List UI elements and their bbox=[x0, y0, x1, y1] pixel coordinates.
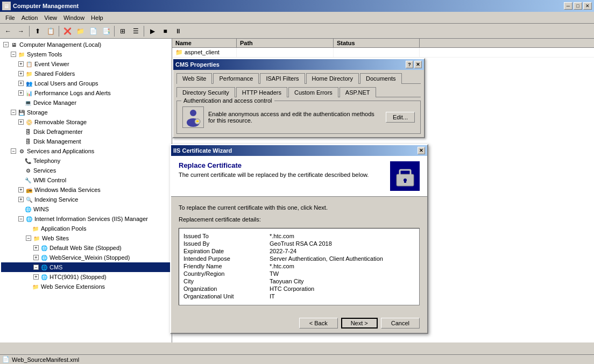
tree-storage[interactable]: − 💾 Storage bbox=[1, 108, 171, 117]
wizard-header-icon bbox=[390, 161, 420, 191]
svg-rect-8 bbox=[404, 180, 406, 183]
expand-htc9091[interactable]: + bbox=[33, 274, 39, 280]
stop-button[interactable]: ❌ bbox=[61, 25, 73, 37]
show-hide-button[interactable]: 📋 bbox=[45, 25, 56, 37]
expand-system-tools[interactable]: − bbox=[11, 52, 16, 57]
cell-name: 📁 aspnet_client bbox=[172, 48, 237, 57]
tree-disk-defrag[interactable]: 🗄 Disk Defragmenter bbox=[1, 127, 171, 137]
tree-webservice-weixin[interactable]: + 🌐 WebService_Weixin (Stopped) bbox=[1, 253, 171, 262]
tree-disk-mgmt[interactable]: 🗄 Disk Management bbox=[1, 137, 171, 146]
tab-home-directory[interactable]: Home Directory bbox=[306, 73, 359, 84]
expand-web-sites[interactable]: − bbox=[26, 235, 31, 241]
tree-indexing[interactable]: + 🔍 Indexing Service bbox=[1, 195, 171, 204]
tree-shared-folders[interactable]: + 📁 Shared Folders bbox=[1, 69, 171, 78]
window-controls: ─ □ ✕ bbox=[564, 2, 592, 10]
expand-webservice-weixin[interactable]: + bbox=[33, 255, 39, 260]
event-icon: 📋 bbox=[25, 60, 33, 68]
forward-button[interactable]: → bbox=[15, 25, 27, 37]
auth-group: Authentication and access control Enable… bbox=[176, 101, 421, 134]
tree-windows-media[interactable]: + 📻 Windows Media Services bbox=[1, 185, 171, 195]
tree-app-pools[interactable]: 📁 Application Pools bbox=[1, 224, 171, 233]
back-button[interactable]: ← bbox=[2, 25, 14, 37]
tree-web-service-ext[interactable]: 📁 Web Service Extensions bbox=[1, 282, 171, 291]
menu-help[interactable]: Help bbox=[88, 13, 107, 22]
table-row[interactable]: 📁 aspnet_client bbox=[172, 48, 594, 58]
cms-dialog-close[interactable]: ✕ bbox=[414, 61, 422, 68]
expand-default-web[interactable]: + bbox=[33, 245, 39, 251]
close-button[interactable]: ✕ bbox=[583, 2, 592, 10]
tree-perf-logs[interactable]: + 📊 Performance Logs and Alerts bbox=[1, 88, 171, 98]
view-large-icons[interactable]: ⊞ bbox=[117, 25, 129, 37]
detail-label-purpose: Intended Purpose bbox=[183, 255, 270, 262]
expand-root[interactable]: − bbox=[3, 42, 9, 47]
menu-view[interactable]: View bbox=[41, 13, 60, 22]
tab-directory-security[interactable]: Directory Security bbox=[176, 87, 235, 97]
expand-windows-media[interactable]: + bbox=[18, 187, 24, 192]
expand-removable[interactable]: + bbox=[18, 119, 24, 125]
folder-icon-sm: 📁 bbox=[175, 49, 183, 55]
tree-wmi[interactable]: 🔧 WMI Control bbox=[1, 175, 171, 185]
wizard-next-button[interactable]: Next > bbox=[341, 318, 378, 329]
tree-iis-manager[interactable]: − 🌐 Internet Information Services (IIS) … bbox=[1, 214, 171, 224]
tree-web-sites-label: Web Sites bbox=[42, 235, 69, 241]
tree-telephony[interactable]: 📞 Telephony bbox=[1, 156, 171, 166]
tree-htc9091[interactable]: + 🌐 HTC(9091) (Stopped) bbox=[1, 272, 171, 282]
up-button[interactable]: ⬆ bbox=[32, 25, 44, 37]
auth-edit-button[interactable]: Edit... bbox=[386, 112, 415, 123]
tree-device-manager[interactable]: 💻 Device Manager bbox=[1, 98, 171, 108]
wizard-details: Issued To *.htc.com Issued By GeoTrust R… bbox=[179, 228, 420, 305]
expand-indexing[interactable]: + bbox=[18, 197, 24, 202]
menu-action[interactable]: Action bbox=[18, 13, 41, 22]
expand-shared-folders[interactable]: + bbox=[18, 71, 24, 76]
wizard-close-button[interactable]: ✕ bbox=[418, 147, 425, 154]
default-web-icon: 🌐 bbox=[40, 244, 48, 252]
expand-cms[interactable]: − bbox=[33, 265, 39, 270]
expand-iis[interactable]: − bbox=[18, 216, 24, 222]
help-button[interactable]: 📑 bbox=[100, 25, 112, 37]
expand-services-apps[interactable]: − bbox=[11, 148, 16, 154]
tree-services-apps[interactable]: − ⚙ Services and Applications bbox=[1, 146, 171, 156]
media-icon: 📻 bbox=[25, 185, 33, 194]
tab-isapi-filters[interactable]: ISAPI Filters bbox=[260, 73, 305, 84]
export-button[interactable]: 📁 bbox=[74, 25, 86, 37]
view-small-icons[interactable]: ☰ bbox=[130, 25, 142, 37]
tab-documents[interactable]: Documents bbox=[360, 73, 402, 84]
tab-web-site[interactable]: Web Site bbox=[176, 73, 212, 84]
tree-default-web[interactable]: + 🌐 Default Web Site (Stopped) bbox=[1, 243, 171, 253]
expand-storage[interactable]: − bbox=[11, 110, 16, 115]
cms-properties-dialog[interactable]: CMS Properties ? ✕ Web Site Performance … bbox=[172, 58, 425, 138]
expand-perf-logs[interactable]: + bbox=[18, 90, 24, 96]
stop-service-button[interactable]: ■ bbox=[159, 25, 171, 37]
tree-local-users[interactable]: + 👥 Local Users and Groups bbox=[1, 78, 171, 88]
tree-event-viewer[interactable]: + 📋 Event Viewer bbox=[1, 59, 171, 69]
iis-certificate-wizard[interactable]: IIS Certificate Wizard ✕ Replace Certifi… bbox=[170, 144, 428, 334]
tree-root[interactable]: − 🖥 Computer Management (Local) bbox=[1, 40, 171, 49]
detail-friendly-name: Friendly Name *.htc.com bbox=[183, 263, 415, 269]
tree-web-sites[interactable]: − 📁 Web Sites bbox=[1, 233, 171, 243]
storage-icon: 💾 bbox=[17, 108, 26, 117]
menu-window[interactable]: Window bbox=[60, 13, 88, 22]
minimize-button[interactable]: ─ bbox=[564, 2, 572, 10]
properties-button[interactable]: 📄 bbox=[87, 25, 99, 37]
restore-button[interactable]: □ bbox=[574, 2, 582, 10]
tree-wins[interactable]: 🌐 WINS bbox=[1, 204, 171, 214]
pause-button[interactable]: ⏸ bbox=[172, 25, 184, 37]
tab-asp-net[interactable]: ASP.NET bbox=[340, 87, 376, 97]
cms-dialog-help[interactable]: ? bbox=[406, 61, 413, 68]
tab-custom-errors[interactable]: Custom Errors bbox=[288, 87, 338, 97]
tab-performance[interactable]: Performance bbox=[213, 73, 259, 84]
tree-cms[interactable]: − 🌐 CMS bbox=[1, 262, 171, 272]
expand-local-users[interactable]: + bbox=[18, 81, 24, 86]
expand-event-viewer[interactable]: + bbox=[18, 61, 24, 67]
play-button[interactable]: ▶ bbox=[146, 25, 158, 37]
wizard-cancel-button[interactable]: Cancel bbox=[381, 318, 420, 329]
tree-system-tools[interactable]: − 📁 System Tools bbox=[1, 49, 171, 59]
tree-perf-logs-label: Performance Logs and Alerts bbox=[34, 90, 111, 96]
menu-file[interactable]: File bbox=[2, 13, 18, 22]
tab-http-headers[interactable]: HTTP Headers bbox=[236, 87, 287, 97]
wizard-back-button[interactable]: < Back bbox=[299, 318, 338, 329]
tree-device-manager-label: Device Manager bbox=[33, 99, 76, 106]
iis-icon: 🌐 bbox=[25, 215, 33, 223]
tree-services[interactable]: ⚙ Services bbox=[1, 166, 171, 175]
tree-removable[interactable]: + 📀 Removable Storage bbox=[1, 117, 171, 127]
